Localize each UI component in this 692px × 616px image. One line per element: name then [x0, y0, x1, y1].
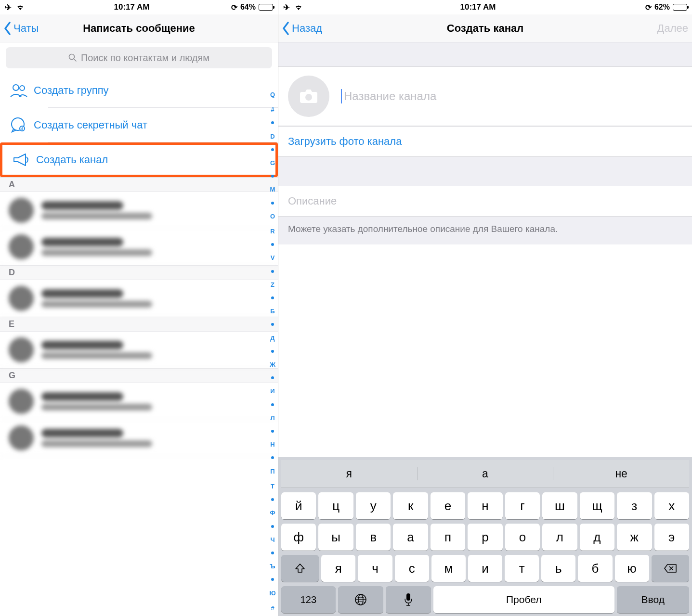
- letter-key[interactable]: а: [393, 524, 428, 551]
- channel-description-input[interactable]: Описание: [278, 186, 692, 216]
- index-letter[interactable]: #: [271, 106, 274, 113]
- contact-item[interactable]: [0, 332, 278, 368]
- suggestion-key[interactable]: я: [281, 467, 418, 480]
- channel-name-input[interactable]: Название канала: [341, 89, 436, 103]
- contact-item[interactable]: [0, 280, 278, 317]
- create-secret-chat-button[interactable]: Создать секретный чат: [0, 108, 278, 142]
- index-letter[interactable]: G: [270, 160, 275, 166]
- letter-key[interactable]: э: [654, 524, 689, 551]
- letter-key[interactable]: ф: [281, 524, 316, 551]
- letter-key[interactable]: б: [578, 555, 612, 582]
- index-dot[interactable]: [271, 552, 274, 554]
- index-letter[interactable]: D: [270, 133, 274, 140]
- index-dot[interactable]: [271, 148, 274, 151]
- index-letter[interactable]: R: [270, 228, 274, 234]
- letter-key[interactable]: ю: [615, 555, 649, 582]
- globe-key[interactable]: [338, 586, 383, 613]
- index-dot[interactable]: [271, 323, 274, 326]
- index-letter[interactable]: O: [270, 213, 275, 219]
- letter-key[interactable]: н: [468, 492, 502, 519]
- letter-key[interactable]: р: [468, 524, 502, 551]
- numbers-key[interactable]: 123: [281, 586, 336, 613]
- letter-key[interactable]: ч: [358, 555, 392, 582]
- index-dot[interactable]: [271, 350, 274, 353]
- index-letter[interactable]: Ж: [270, 361, 275, 368]
- back-button[interactable]: Чаты: [4, 22, 39, 35]
- contact-item[interactable]: [0, 420, 278, 456]
- index-letter[interactable]: M: [270, 186, 275, 192]
- upload-photo-button[interactable]: Загрузить фото канала: [278, 126, 692, 157]
- index-letter[interactable]: Ф: [270, 510, 275, 516]
- letter-key[interactable]: й: [281, 492, 316, 519]
- contact-item[interactable]: [0, 383, 278, 420]
- index-letter[interactable]: И: [270, 388, 274, 394]
- index-letter[interactable]: Q: [270, 91, 275, 98]
- enter-key[interactable]: Ввод: [617, 586, 689, 613]
- letter-key[interactable]: с: [395, 555, 429, 582]
- index-dot[interactable]: [271, 498, 274, 501]
- create-group-button[interactable]: Создать группу: [0, 73, 278, 108]
- index-letter[interactable]: Н: [270, 441, 274, 448]
- index-letter[interactable]: П: [270, 468, 274, 475]
- letter-key[interactable]: з: [617, 492, 652, 519]
- letter-key[interactable]: к: [393, 492, 428, 519]
- letter-key[interactable]: в: [356, 524, 391, 551]
- secret-chat-icon: [10, 117, 34, 133]
- channel-photo-button[interactable]: [288, 76, 329, 117]
- letter-key[interactable]: п: [431, 524, 465, 551]
- next-button[interactable]: Далее: [657, 22, 688, 35]
- index-letter[interactable]: Л: [270, 415, 274, 421]
- letter-key[interactable]: у: [356, 492, 391, 519]
- index-letter[interactable]: #: [271, 605, 274, 611]
- letter-key[interactable]: ь: [541, 555, 575, 582]
- index-letter[interactable]: Т: [271, 483, 274, 489]
- letter-key[interactable]: е: [431, 492, 465, 519]
- index-letter[interactable]: V: [271, 255, 275, 261]
- index-dot[interactable]: [271, 243, 274, 246]
- letter-key[interactable]: х: [654, 492, 689, 519]
- back-button[interactable]: Назад: [282, 22, 322, 35]
- index-dot[interactable]: [271, 456, 274, 459]
- letter-key[interactable]: л: [542, 524, 577, 551]
- letter-key[interactable]: я: [321, 555, 355, 582]
- index-dot[interactable]: [271, 202, 274, 205]
- alphabet-index[interactable]: Q#DGMORVZБДЖИЛНПТФЧЪЮ#: [268, 91, 277, 611]
- contact-item[interactable]: [0, 229, 278, 265]
- index-dot[interactable]: [271, 296, 274, 299]
- section-header: A: [0, 177, 278, 192]
- index-dot[interactable]: [271, 578, 274, 581]
- index-dot[interactable]: [271, 175, 274, 178]
- index-dot[interactable]: [271, 525, 274, 528]
- letter-key[interactable]: м: [431, 555, 466, 582]
- letter-key[interactable]: ш: [542, 492, 577, 519]
- letter-key[interactable]: д: [580, 524, 614, 551]
- shift-key[interactable]: [281, 555, 319, 582]
- index-letter[interactable]: Ч: [270, 537, 274, 543]
- index-letter[interactable]: Ю: [269, 590, 275, 596]
- index-letter[interactable]: Z: [271, 282, 274, 288]
- search-input[interactable]: Поиск по контактам и людям: [6, 47, 272, 68]
- index-letter[interactable]: Б: [270, 308, 274, 314]
- index-dot[interactable]: [271, 403, 274, 406]
- letter-key[interactable]: г: [505, 492, 540, 519]
- suggestion-key[interactable]: а: [418, 467, 554, 480]
- letter-key[interactable]: т: [505, 555, 539, 582]
- suggestion-key[interactable]: не: [553, 467, 689, 480]
- letter-key[interactable]: о: [505, 524, 540, 551]
- index-dot[interactable]: [271, 376, 274, 379]
- mic-key[interactable]: [386, 586, 431, 613]
- index-letter[interactable]: Д: [270, 335, 274, 341]
- letter-key[interactable]: ж: [617, 524, 652, 551]
- index-dot[interactable]: [271, 121, 274, 124]
- contact-item[interactable]: [0, 192, 278, 229]
- space-key[interactable]: Пробел: [433, 586, 614, 613]
- create-channel-button[interactable]: Создать канал: [0, 142, 278, 177]
- letter-key[interactable]: ц: [318, 492, 353, 519]
- index-letter[interactable]: Ъ: [270, 563, 275, 569]
- index-dot[interactable]: [271, 430, 274, 433]
- letter-key[interactable]: ы: [318, 524, 353, 551]
- backspace-key[interactable]: [652, 555, 689, 582]
- letter-key[interactable]: и: [468, 555, 502, 582]
- index-dot[interactable]: [271, 270, 274, 273]
- letter-key[interactable]: щ: [580, 492, 614, 519]
